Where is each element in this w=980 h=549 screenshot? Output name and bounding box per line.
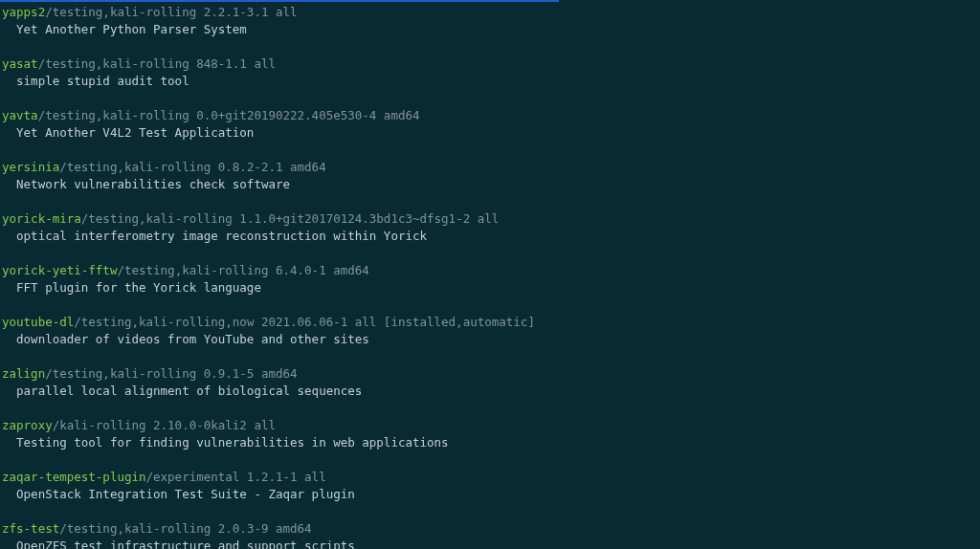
- package-desc: Yet Another Python Parser System: [2, 22, 247, 36]
- package-desc: parallel local alignment of biological s…: [2, 384, 362, 398]
- package-name: zalign: [2, 366, 45, 381]
- package-name: zfs-test: [2, 521, 59, 536]
- package-desc: OpenZFS test infrastructure and support …: [2, 538, 355, 549]
- package-meta: /testing,kali-rolling 848-1.1 all: [38, 56, 276, 71]
- package-meta: /testing,kali-rolling 0.9.1-5 amd64: [45, 366, 297, 381]
- package-meta: /kali-rolling 2.10.0-0kali2 all: [53, 418, 276, 432]
- package-entry[interactable]: yasat/testing,kali-rolling 848-1.1 all: [2, 56, 276, 71]
- package-meta: /testing,kali-rolling,now 2021.06.06-1 a…: [74, 315, 535, 329]
- package-name: yersinia: [2, 160, 59, 174]
- package-entry[interactable]: yersinia/testing,kali-rolling 0.8.2-2.1 …: [2, 160, 326, 174]
- package-name: yavta: [2, 108, 38, 122]
- package-meta: /testing,kali-rolling 1.1.0+git20170124.…: [81, 211, 500, 226]
- package-entry[interactable]: yapps2/testing,kali-rolling 2.2.1-3.1 al…: [2, 5, 298, 19]
- package-entry[interactable]: yorick-yeti-fftw/testing,kali-rolling 6.…: [2, 263, 369, 277]
- package-meta: /testing,kali-rolling 6.4.0-1 amd64: [117, 263, 368, 277]
- package-entry[interactable]: youtube-dl/testing,kali-rolling,now 2021…: [2, 315, 535, 329]
- package-meta: /testing,kali-rolling 0.0+git20190222.40…: [38, 108, 420, 122]
- package-meta: /experimental 1.2.1-1 all: [146, 470, 326, 484]
- package-name: youtube-dl: [2, 315, 74, 329]
- package-entry[interactable]: yavta/testing,kali-rolling 0.0+git201902…: [2, 108, 420, 122]
- package-name: yasat: [2, 56, 38, 71]
- package-name: yapps2: [2, 5, 45, 19]
- package-desc: Yet Another V4L2 Test Application: [2, 125, 254, 140]
- package-meta: /testing,kali-rolling 0.8.2-2.1 amd64: [59, 160, 325, 174]
- package-name: zaqar-tempest-plugin: [2, 470, 146, 484]
- package-desc: Network vulnerabilities check software: [2, 177, 290, 191]
- package-entry[interactable]: yorick-mira/testing,kali-rolling 1.1.0+g…: [2, 211, 499, 226]
- package-entry[interactable]: zaproxy/kali-rolling 2.10.0-0kali2 all: [2, 418, 276, 432]
- package-desc: optical interferometry image reconstruct…: [2, 229, 427, 243]
- package-desc: Testing tool for finding vulnerabilities…: [2, 435, 449, 450]
- package-desc: OpenStack Integration Test Suite - Zaqar…: [2, 487, 355, 501]
- package-desc: FFT plugin for the Yorick language: [2, 280, 261, 295]
- package-desc: simple stupid audit tool: [2, 74, 189, 88]
- package-name: zaproxy: [2, 418, 53, 432]
- package-entry[interactable]: zalign/testing,kali-rolling 0.9.1-5 amd6…: [2, 366, 298, 381]
- package-entry[interactable]: zfs-test/testing,kali-rolling 2.0.3-9 am…: [2, 521, 312, 536]
- package-desc: downloader of videos from YouTube and ot…: [2, 332, 369, 346]
- package-name: yorick-mira: [2, 211, 81, 226]
- package-meta: /testing,kali-rolling 2.2.1-3.1 all: [45, 5, 297, 19]
- package-entry[interactable]: zaqar-tempest-plugin/experimental 1.2.1-…: [2, 470, 326, 484]
- package-meta: /testing,kali-rolling 2.0.3-9 amd64: [59, 521, 311, 536]
- package-name: yorick-yeti-fftw: [2, 263, 117, 277]
- terminal-output[interactable]: yapps2/testing,kali-rolling 2.2.1-3.1 al…: [0, 2, 980, 549]
